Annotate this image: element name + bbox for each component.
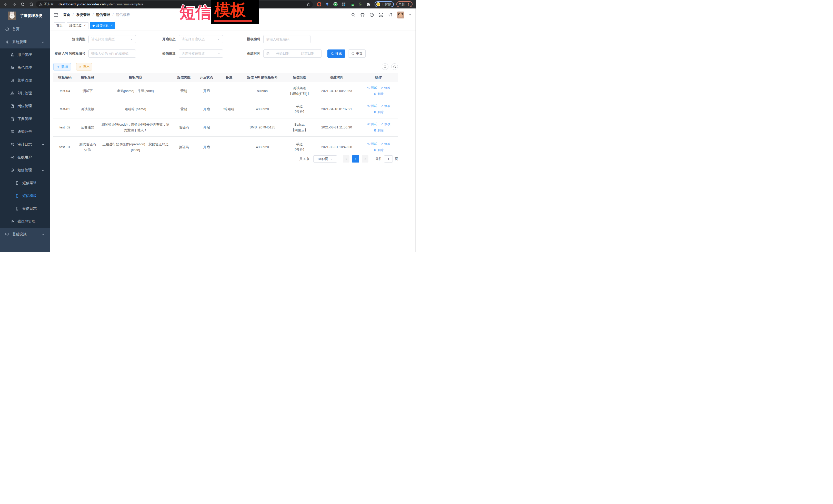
sidebar-item-label: 字典管理 (18, 117, 32, 121)
user-avatar[interactable] (397, 11, 404, 19)
blue-pin-extension[interactable] (325, 2, 330, 6)
breadcrumb-item[interactable]: 首页 (63, 13, 70, 17)
filter-item-sms-type: 短信类型请选择短信类型 (51, 35, 136, 43)
browser-update-button[interactable]: 更新 ⋮ (396, 1, 412, 7)
tab-首页[interactable]: 首页 (54, 22, 65, 29)
search-icon[interactable] (351, 13, 356, 17)
back-icon[interactable] (4, 2, 8, 6)
sidebar-fold-icon[interactable] (53, 12, 58, 18)
github-icon[interactable] (360, 13, 365, 17)
sidebar-item-post[interactable]: 岗位管理 (0, 100, 50, 113)
sidebar-item-home[interactable]: 首页 (0, 23, 50, 35)
sidebar-item-online[interactable]: 在线用户 (0, 151, 50, 164)
sidebar-item-sms[interactable]: 短信管理 (0, 164, 50, 177)
refresh-icon (393, 65, 396, 68)
list-on-extension[interactable]: on (350, 2, 354, 6)
reset-button-icon (351, 52, 355, 55)
search-button[interactable]: 搜索 (327, 49, 346, 58)
sidebar-item-sms-template[interactable]: 短信模板 (0, 189, 50, 202)
help-icon[interactable] (370, 13, 374, 17)
sidebar-item-label: 岗位管理 (18, 104, 32, 109)
grid-extension[interactable] (341, 2, 346, 6)
reload-icon[interactable] (21, 2, 25, 6)
tpl-code-input[interactable] (263, 35, 310, 43)
sidebar-item-dept[interactable]: 部门管理 (0, 87, 50, 100)
delete-action-link[interactable]: 删除 (374, 127, 384, 133)
avatar-caret-icon[interactable] (409, 13, 412, 17)
add-button[interactable]: 新增 (53, 63, 71, 71)
sidebar-item-error-code[interactable]: 错误码管理 (0, 215, 50, 228)
cell-actions: 测试修改删除 (359, 118, 398, 136)
delete-action-link[interactable]: 删除 (374, 147, 384, 153)
edit-action-link[interactable]: 修改 (380, 85, 390, 91)
tpl-code-text-input[interactable] (266, 38, 308, 41)
chevron-up-icon (42, 169, 45, 172)
create-time-daterange[interactable]: 开始日期-结束日期 (263, 49, 322, 58)
not-secure-warning-icon (39, 3, 43, 6)
date-start-placeholder[interactable]: 开始日期 (272, 51, 293, 56)
sidebar-item-menu[interactable]: 菜单管理 (0, 74, 50, 87)
sidebar-item-infra[interactable]: 基础设施 (0, 228, 50, 241)
breadcrumb-item[interactable]: 短信管理 (96, 13, 110, 17)
sms-channel-select[interactable]: 请选择短信渠道 (179, 49, 223, 58)
sidebar-item-sms-log[interactable]: 短信日志 (0, 202, 50, 215)
signal-icon (10, 155, 14, 160)
tab-短信渠道[interactable]: 短信渠道✕ (67, 22, 89, 29)
edit-action-link[interactable]: 修改 (380, 141, 390, 147)
sms-type-select[interactable]: 请选择短信类型 (89, 35, 136, 43)
api-tpl-id-text-input[interactable] (91, 52, 133, 56)
goto-page-input[interactable] (384, 155, 393, 163)
spy-extension[interactable] (358, 2, 362, 6)
test-action-link[interactable]: 测试 (367, 103, 377, 109)
window-edge (415, 0, 416, 252)
app-logo-row[interactable]: 芋道管理系统 (0, 8, 50, 23)
open-status-select[interactable]: 请选择开启状态 (179, 35, 223, 43)
sidebar-item-dict[interactable]: 字典管理 (0, 113, 50, 125)
prev-page-button[interactable] (343, 155, 350, 163)
cell-api_id: SMS_207945135 (240, 118, 285, 136)
table-refresh-button[interactable] (391, 63, 398, 70)
test-action-link[interactable]: 测试 (367, 85, 377, 91)
forward-icon[interactable] (12, 2, 17, 6)
page-size-select[interactable]: 10条/页 (313, 155, 337, 163)
sidebar-item-notice[interactable]: 通知公告 (0, 125, 50, 138)
filter-item-create-time: 创建时间开始日期-结束日期 (225, 49, 322, 58)
test-action-link[interactable]: 测试 (367, 121, 377, 127)
next-page-button[interactable] (362, 155, 368, 163)
tab-短信模板[interactable]: 短信模板✕ (90, 22, 115, 29)
sidebar-item-user[interactable]: 用户管理 (0, 48, 50, 61)
api-tpl-id-input[interactable] (89, 49, 136, 58)
puzzle-extension[interactable] (366, 2, 371, 6)
orange-ring-extension[interactable] (317, 2, 321, 6)
date-end-placeholder[interactable]: 结束日期 (297, 51, 319, 56)
phone-icon (15, 194, 19, 198)
profile-paused-chip[interactable]: 已暂停 (375, 1, 394, 7)
tab-close-icon[interactable]: ✕ (84, 24, 86, 27)
breadcrumb-item[interactable]: 系统管理 (76, 13, 90, 17)
font-size-icon[interactable] (388, 13, 392, 17)
cell-type: 验证码 (172, 118, 195, 136)
pagination-total: 共 4 条 (300, 157, 310, 161)
reset-button[interactable]: 重置 (348, 49, 365, 58)
export-button[interactable]: 导出 (76, 63, 92, 71)
url-bar[interactable]: 不安全 dashboard.yudao.iocoder.cn/system/sm… (36, 1, 313, 8)
page-number-1[interactable]: 1 (352, 155, 359, 163)
browser-menu-icon[interactable]: ⋮ (407, 3, 410, 6)
tab-close-icon[interactable]: ✕ (111, 24, 113, 27)
sidebar-item-audit[interactable]: 审计日志 (0, 138, 50, 151)
sidebar-item-system[interactable]: 系统管理 (0, 35, 50, 48)
sidebar-item-role[interactable]: 角色管理 (0, 61, 50, 74)
edit-action-link[interactable]: 修改 (380, 121, 390, 127)
chevron-down-icon (330, 158, 333, 161)
home-icon[interactable] (29, 2, 33, 6)
sidebar-item-sms-channel[interactable]: 短信渠道 (0, 177, 50, 189)
delete-action-link[interactable]: 删除 (374, 91, 384, 97)
bookmark-star-icon[interactable] (306, 2, 310, 6)
green-y-extension[interactable] (333, 2, 338, 6)
test-action-link[interactable]: 测试 (367, 141, 377, 147)
cell-code: test_01 (53, 136, 76, 158)
edit-action-link[interactable]: 修改 (380, 103, 390, 109)
delete-action-link[interactable]: 删除 (374, 109, 384, 115)
fullscreen-icon[interactable] (379, 13, 383, 17)
table-search-toggle-button[interactable] (382, 63, 388, 70)
